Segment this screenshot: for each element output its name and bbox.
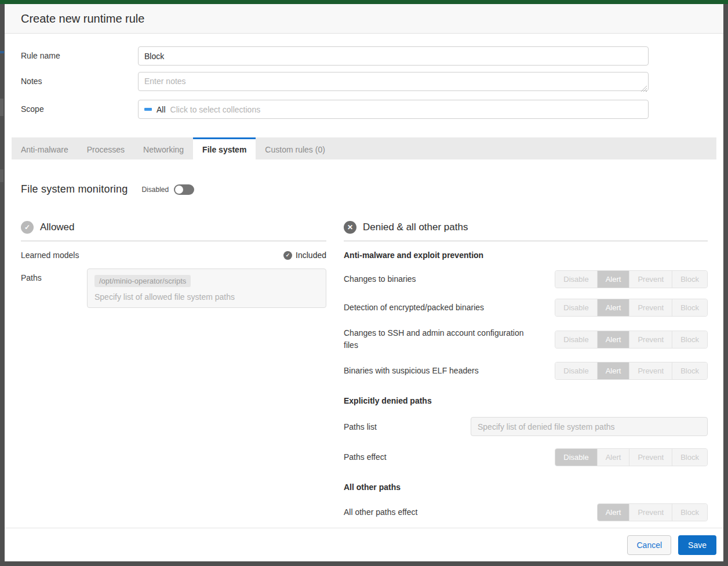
effect-row-label: Detection of encrypted/packed binaries — [344, 302, 484, 314]
x-circle-icon: ✕ — [344, 221, 356, 234]
all-other-paths-effect-control: AlertPreventBlock — [597, 503, 708, 521]
file-system-tab-content: File system monitoring Disabled ✓ Allowe… — [5, 159, 723, 528]
effect-option-alert[interactable]: Alert — [598, 362, 630, 379]
effect-option-disable[interactable]: Disable — [555, 362, 597, 379]
check-circle-icon: ✓ — [283, 251, 292, 260]
effect-option-alert[interactable]: Alert — [598, 299, 630, 316]
denied-section: ✕ Denied & all other paths Anti-malware … — [344, 221, 708, 521]
effect-option-alert[interactable]: Alert — [598, 504, 630, 521]
rule-name-row: Rule name — [21, 46, 707, 66]
scope-label: Scope — [21, 100, 138, 114]
modal-title: Create new runtime rule — [21, 12, 144, 26]
monitoring-toggle-label: Disabled — [141, 186, 169, 194]
effect-option-block[interactable]: Block — [672, 504, 707, 521]
effect-option-alert[interactable]: Alert — [598, 271, 630, 288]
tab-processes[interactable]: Processes — [78, 137, 134, 159]
learned-models-status: ✓ Included — [283, 251, 326, 260]
rule-form: Rule name Notes Scope All Click to selec… — [5, 34, 723, 125]
background-page-artifact — [0, 99, 3, 116]
included-value: Included — [296, 251, 326, 260]
paths-effect-label: Paths effect — [344, 451, 387, 463]
paths-effect-control: DisableAlertPreventBlock — [555, 448, 708, 466]
allowed-section: ✓ Allowed Learned models ✓ Included Path… — [21, 221, 326, 521]
toggle-knob — [175, 186, 183, 194]
explicitly-denied-paths-heading: Explicitly denied paths — [344, 396, 708, 405]
allowed-paths-label: Paths — [21, 269, 87, 282]
file-system-monitoring-heading: File system monitoring — [21, 183, 128, 195]
effect-option-prevent[interactable]: Prevent — [629, 299, 672, 316]
effect-option-prevent[interactable]: Prevent — [629, 271, 672, 288]
allowed-paths-input[interactable]: /opt/minio-operator/scripts Specify list… — [87, 269, 326, 308]
tab-anti-malware[interactable]: Anti-malware — [12, 137, 78, 159]
rule-name-input[interactable] — [138, 46, 649, 66]
tab-file-system[interactable]: File system — [193, 137, 256, 159]
antimalware-heading: Anti-malware and exploit prevention — [344, 251, 708, 260]
rule-tabs: Anti-malwareProcessesNetworkingFile syst… — [12, 137, 716, 159]
effect-row-label: Changes to binaries — [344, 273, 416, 285]
effect-control: DisableAlertPreventBlock — [555, 331, 708, 349]
scope-placeholder: Click to select collections — [170, 105, 261, 114]
effect-control: DisableAlertPreventBlock — [555, 362, 708, 380]
effect-row: Changes to binariesDisableAlertPreventBl… — [344, 270, 708, 288]
effect-option-disable[interactable]: Disable — [555, 449, 597, 466]
collection-color-icon — [144, 108, 152, 111]
scope-row: Scope All Click to select collections — [21, 100, 707, 119]
rule-name-label: Rule name — [21, 46, 138, 60]
monitoring-toggle[interactable] — [174, 184, 194, 195]
scope-chip: All — [156, 105, 166, 114]
notes-label: Notes — [21, 72, 138, 86]
effect-row: Changes to SSH and admin account configu… — [344, 327, 708, 351]
effect-option-disable[interactable]: Disable — [555, 271, 597, 288]
effect-row-label: Binaries with suspicious ELF headers — [344, 365, 479, 377]
modal-header: Create new runtime rule — [5, 4, 723, 34]
effect-option-prevent[interactable]: Prevent — [629, 331, 672, 348]
effect-option-prevent[interactable]: Prevent — [629, 504, 672, 521]
effect-option-alert[interactable]: Alert — [598, 449, 630, 466]
effect-control: DisableAlertPreventBlock — [555, 270, 708, 288]
effect-option-block[interactable]: Block — [672, 271, 707, 288]
denied-title: Denied & all other paths — [363, 222, 468, 233]
effect-row: Binaries with suspicious ELF headersDisa… — [344, 362, 708, 380]
allowed-title: Allowed — [40, 222, 75, 233]
effect-option-block[interactable]: Block — [672, 331, 707, 348]
create-runtime-rule-modal: Create new runtime rule Rule name Notes … — [5, 4, 723, 561]
all-other-paths-heading: All other paths — [344, 482, 708, 492]
effect-row-label: Changes to SSH and admin account configu… — [344, 327, 535, 351]
allowed-path-chip[interactable]: /opt/minio-operator/scripts — [94, 275, 191, 287]
effect-option-alert[interactable]: Alert — [598, 331, 630, 348]
learned-models-label: Learned models — [21, 251, 79, 260]
allowed-paths-placeholder: Specify list of allowed file system path… — [94, 292, 319, 302]
paths-list-label: Paths list — [344, 422, 377, 431]
effect-row: Detection of encrypted/packed binariesDi… — [344, 299, 708, 317]
background-page-artifact — [0, 169, 3, 182]
tab-custom-rules-0[interactable]: Custom rules (0) — [256, 137, 334, 159]
modal-footer: Cancel Save — [5, 528, 723, 561]
antimalware-effect-rows: Changes to binariesDisableAlertPreventBl… — [344, 270, 708, 380]
tab-networking[interactable]: Networking — [134, 137, 193, 159]
effect-option-block[interactable]: Block — [672, 362, 707, 379]
denied-paths-input[interactable] — [471, 417, 708, 436]
scope-select[interactable]: All Click to select collections — [138, 100, 649, 119]
effect-option-disable[interactable]: Disable — [555, 331, 597, 348]
effect-option-block[interactable]: Block — [672, 449, 707, 466]
effect-control: DisableAlertPreventBlock — [555, 299, 708, 317]
save-button[interactable]: Save — [678, 535, 716, 555]
notes-input[interactable] — [138, 72, 649, 91]
all-other-paths-effect-label: All other paths effect — [344, 506, 417, 518]
effect-option-prevent[interactable]: Prevent — [629, 362, 672, 379]
top-navbar-strip — [0, 0, 728, 4]
check-circle-icon: ✓ — [21, 221, 34, 234]
cancel-button[interactable]: Cancel — [627, 535, 671, 555]
effect-option-block[interactable]: Block — [672, 299, 707, 316]
effect-option-disable[interactable]: Disable — [555, 299, 597, 316]
background-page-artifact — [0, 51, 4, 53]
effect-option-prevent[interactable]: Prevent — [629, 449, 672, 466]
notes-row: Notes — [21, 72, 707, 93]
